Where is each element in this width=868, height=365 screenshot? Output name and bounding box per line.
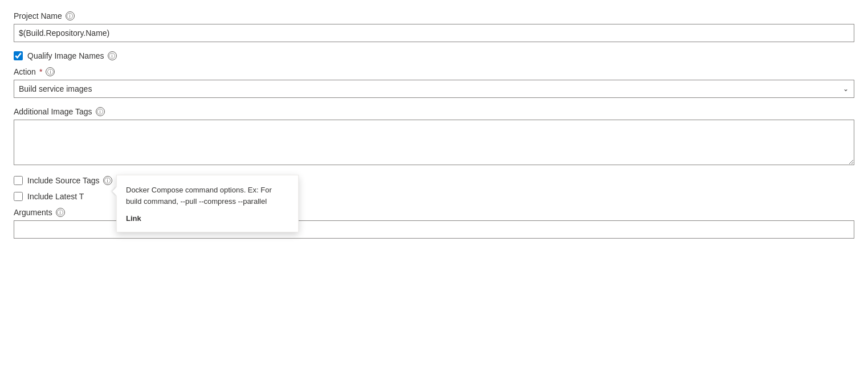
project-name-info-icon[interactable]: ⓘ — [66, 11, 75, 20]
arguments-label-text: Arguments — [14, 208, 52, 217]
include-source-tags-info-icon[interactable]: ⓘ — [103, 176, 112, 185]
tooltip-link[interactable]: Link — [126, 214, 141, 223]
qualify-image-names-checkbox[interactable] — [14, 51, 23, 60]
action-select[interactable]: Build service images Push service images… — [14, 80, 854, 98]
qualify-image-names-label: Qualify Image Names ⓘ — [27, 51, 117, 60]
action-select-wrapper: Build service images Push service images… — [14, 80, 854, 98]
action-label-text: Action — [14, 67, 36, 76]
project-name-section: Project Name ⓘ — [14, 11, 854, 42]
qualify-image-names-section: Qualify Image Names ⓘ — [14, 51, 854, 60]
include-source-tags-checkbox[interactable] — [14, 176, 23, 185]
include-latest-tag-label: Include Latest T — [27, 192, 84, 201]
additional-image-tags-label: Additional Image Tags ⓘ — [14, 107, 854, 116]
arguments-info-icon[interactable]: ⓘ — [56, 208, 65, 217]
project-name-label: Project Name ⓘ — [14, 11, 854, 20]
tooltip-arrow — [112, 187, 117, 196]
additional-image-tags-section: Additional Image Tags ⓘ — [14, 107, 854, 167]
action-label-row: Action * ⓘ — [14, 67, 854, 76]
qualify-image-names-info-icon[interactable]: ⓘ — [108, 51, 117, 60]
include-source-tags-label: Include Source Tags ⓘ — [27, 176, 112, 185]
include-latest-tag-section: Include Latest T Docker Compose command … — [14, 192, 854, 201]
tooltip-text: Docker Compose command options. Ex: For … — [126, 184, 289, 207]
additional-image-tags-label-text: Additional Image Tags — [14, 107, 92, 116]
action-info-icon[interactable]: ⓘ — [46, 67, 55, 76]
additional-image-tags-textarea[interactable] — [14, 120, 854, 165]
include-latest-tag-checkbox[interactable] — [14, 192, 23, 201]
project-name-label-text: Project Name — [14, 11, 62, 20]
action-required-indicator: * — [39, 67, 42, 76]
arguments-tooltip-popup: Docker Compose command options. Ex: For … — [116, 175, 299, 232]
action-section: Action * ⓘ Build service images Push ser… — [14, 67, 854, 98]
additional-image-tags-info-icon[interactable]: ⓘ — [96, 107, 105, 116]
project-name-input[interactable] — [14, 24, 854, 42]
